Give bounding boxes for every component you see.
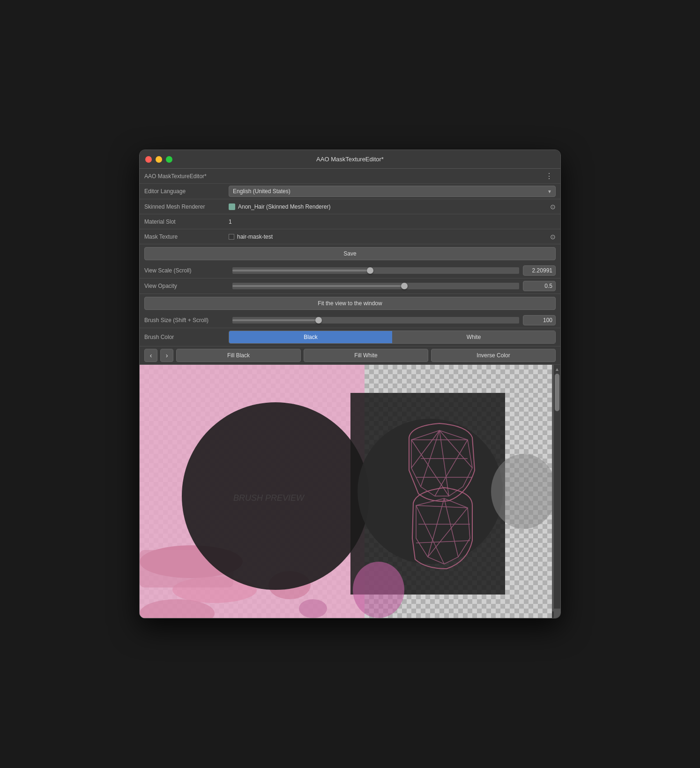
mask-icon <box>229 234 234 240</box>
svg-text:BRUSH PREVIEW: BRUSH PREVIEW <box>233 493 305 503</box>
fill-black-button[interactable]: Fill Black <box>176 349 301 362</box>
view-scale-row: View Scale (Scroll) <box>140 263 560 279</box>
view-opacity-input[interactable] <box>523 281 556 291</box>
view-scale-slider-wrapper[interactable] <box>232 267 519 274</box>
mesh-icon <box>229 203 235 210</box>
vertical-scrollbar[interactable]: ▲ <box>554 365 560 609</box>
view-opacity-thumb[interactable] <box>401 283 408 289</box>
header-row: AAO MaskTextureEditor* ⋮ <box>140 169 560 184</box>
material-slot-label: Material Slot <box>144 218 229 225</box>
material-slot-row: Material Slot 1 <box>140 214 560 229</box>
maximize-button[interactable] <box>166 156 172 163</box>
brush-size-thumb[interactable] <box>315 317 322 324</box>
nav-prev-button[interactable]: ‹ <box>144 349 157 362</box>
scroll-up-arrow[interactable]: ▲ <box>554 366 560 373</box>
action-row: ‹ › Fill Black Fill White Inverse Color <box>140 346 560 365</box>
view-scale-input[interactable] <box>523 265 556 276</box>
title-bar: AAO MaskTextureEditor* <box>140 150 560 169</box>
editor-language-dropdown-wrapper: English (United States) ▼ <box>229 186 556 197</box>
main-window: AAO MaskTextureEditor* AAO MaskTextureEd… <box>139 150 561 618</box>
mask-texture-value: hair-mask-test <box>237 233 547 240</box>
view-opacity-slider-wrapper[interactable] <box>232 283 519 289</box>
material-slot-value: 1 <box>229 218 556 225</box>
brush-size-label: Brush Size (Shift + Scroll) <box>144 317 229 324</box>
brush-color-row: Brush Color Black White <box>140 328 560 346</box>
brush-color-label: Brush Color <box>144 334 229 340</box>
inverse-color-button[interactable]: Inverse Color <box>431 349 556 362</box>
brush-color-buttons: Black White <box>229 331 556 344</box>
tab-label: AAO MaskTextureEditor* <box>144 173 229 180</box>
skinned-mesh-label: Skinned Mesh Renderer <box>144 203 229 210</box>
svg-point-13 <box>353 562 404 618</box>
panel: AAO MaskTextureEditor* ⋮ Editor Language… <box>140 169 560 365</box>
brush-size-row: Brush Size (Shift + Scroll) <box>140 313 560 328</box>
brush-color-black-button[interactable]: Black <box>229 331 392 343</box>
view-opacity-label: View Opacity <box>144 283 229 289</box>
fit-view-button[interactable]: Fit the view to the window <box>144 297 556 310</box>
editor-language-label: Editor Language <box>144 188 229 195</box>
save-button[interactable]: Save <box>144 247 556 260</box>
menu-button[interactable]: ⋮ <box>543 171 556 181</box>
window-controls <box>145 156 172 163</box>
mask-target-icon[interactable]: ⊙ <box>550 233 556 241</box>
view-scale-thumb[interactable] <box>367 267 373 274</box>
brush-size-slider-wrapper[interactable] <box>232 317 519 324</box>
editor-language-row: Editor Language English (United States) … <box>140 184 560 199</box>
skinned-mesh-value-row: Anon_Hair (Skinned Mesh Renderer) <box>229 203 547 210</box>
brush-size-input[interactable] <box>523 315 556 325</box>
canvas-svg[interactable]: BRUSH PREVIEW <box>140 365 552 618</box>
fill-white-button[interactable]: Fill White <box>304 349 428 362</box>
mask-texture-label: Mask Texture <box>144 233 229 240</box>
nav-next-button[interactable]: › <box>160 349 173 362</box>
scroll-thumb-v[interactable] <box>555 374 559 411</box>
brush-color-white-button[interactable]: White <box>392 331 555 343</box>
canvas-area[interactable]: ▲ ◀ ▶ <box>140 365 560 618</box>
svg-point-12 <box>299 599 327 618</box>
target-icon[interactable]: ⊙ <box>550 203 556 211</box>
minimize-button[interactable] <box>156 156 162 163</box>
editor-language-select[interactable]: English (United States) <box>229 186 556 197</box>
skinned-mesh-row: Skinned Mesh Renderer Anon_Hair (Skinned… <box>140 199 560 214</box>
view-scale-label: View Scale (Scroll) <box>144 267 229 274</box>
mask-texture-row: Mask Texture hair-mask-test ⊙ <box>140 229 560 244</box>
mask-texture-value-row: hair-mask-test <box>229 233 547 240</box>
close-button[interactable] <box>145 156 152 163</box>
window-title: AAO MaskTextureEditor* <box>316 156 384 163</box>
skinned-mesh-value: Anon_Hair (Skinned Mesh Renderer) <box>238 203 547 210</box>
view-opacity-row: View Opacity <box>140 279 560 294</box>
